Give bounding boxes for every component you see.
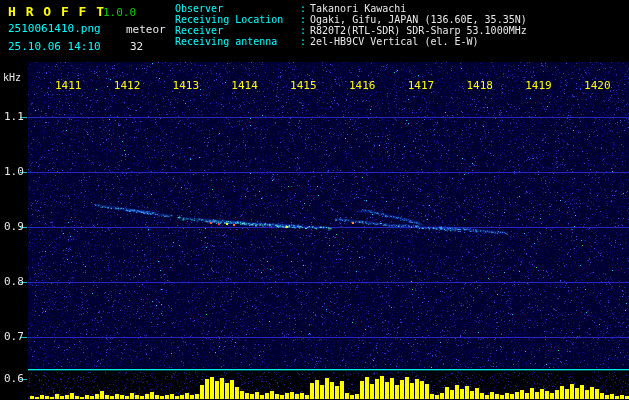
freq-tick-label: 0.6 (4, 372, 24, 385)
freq-tick-label: 0.7 (4, 330, 24, 343)
info-label-antenna: Receiving antenna (175, 36, 300, 47)
echo-count: 32 (130, 40, 143, 53)
freq-tick-label: 0.9 (4, 220, 24, 233)
info-value-antenna: 2el-HB9CV Vertical (el. E-W) (310, 36, 527, 47)
info-colon: : (300, 3, 310, 14)
app-title: H R O F F T (8, 4, 105, 19)
freq-unit-label: kHz (3, 72, 21, 83)
info-colon: : (300, 14, 310, 25)
info-label-location: Receiving Location (175, 14, 300, 25)
info-value-location: Ogaki, Gifu, JAPAN (136.60E, 35.35N) (310, 14, 527, 25)
info-value-observer: Takanori Kawachi (310, 3, 527, 14)
time-tick-label: 1412 (114, 79, 141, 92)
hrofft-screenshot: H R O F F T 1.0.0 2510061410.png meteor … (0, 0, 629, 400)
time-tick-label: 1411 (55, 79, 82, 92)
freq-tick-label: 1.1 (4, 110, 24, 123)
time-tick-label: 1413 (173, 79, 200, 92)
spectrogram-canvas (0, 0, 629, 400)
time-tick-label: 1416 (349, 79, 376, 92)
freq-tick-label: 1.0 (4, 165, 24, 178)
freq-tick-label: 0.8 (4, 275, 24, 288)
time-tick-label: 1415 (290, 79, 317, 92)
info-label-observer: Observer (175, 3, 300, 14)
app-version: 1.0.0 (103, 6, 136, 19)
info-colon: : (300, 25, 310, 36)
observation-info: Observer : Takanori Kawachi Receiving Lo… (175, 3, 527, 47)
datetime-label: 25.10.06 14:10 (8, 40, 101, 53)
time-tick-label: 1419 (525, 79, 552, 92)
info-value-receiver: R820T2(RTL-SDR) SDR-Sharp 53.1000MHz (310, 25, 527, 36)
info-label-receiver: Receiver (175, 25, 300, 36)
time-tick-label: 1414 (231, 79, 258, 92)
time-tick-label: 1420 (584, 79, 611, 92)
mode-label: meteor (126, 23, 166, 36)
time-tick-label: 1417 (408, 79, 435, 92)
output-filename: 2510061410.png (8, 22, 101, 35)
time-tick-label: 1418 (466, 79, 493, 92)
info-colon: : (300, 36, 310, 47)
